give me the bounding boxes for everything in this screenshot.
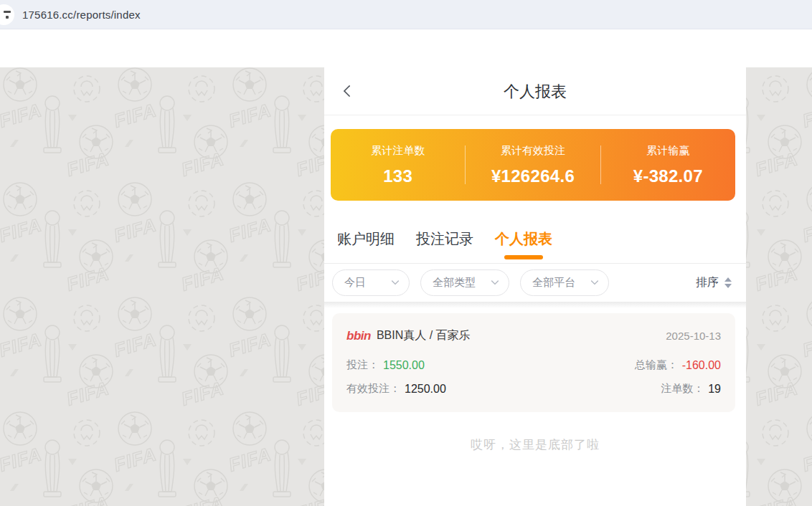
divider-shadow	[324, 302, 746, 308]
valid-bet-value: 1250.00	[405, 383, 446, 396]
report-record-card[interactable]: bbin BBIN真人 / 百家乐 2025-10-13 投注： 1550.00…	[332, 313, 735, 412]
type-filter-dropdown[interactable]: 全部类型	[420, 269, 509, 296]
dropdown-label: 全部平台	[532, 276, 575, 290]
tab-account-details[interactable]: 账户明细	[337, 218, 395, 263]
page-stage: FIFA FIFA 个人报表 累计注单数 133 累计有效投注 ¥126264.…	[0, 29, 812, 506]
bet-label: 投注：	[346, 358, 379, 372]
chevron-down-icon	[491, 277, 499, 285]
bet-value: 1550.00	[383, 359, 425, 372]
valid-bet-label: 有效投注：	[346, 382, 400, 396]
bbin-logo: bbin	[346, 329, 371, 343]
sort-label: 排序	[696, 275, 719, 290]
winloss-pair: 总输赢： -160.00	[635, 358, 721, 372]
order-count-pair: 注单数： 19	[661, 382, 721, 396]
app-header: 个人报表	[324, 67, 746, 115]
sort-arrows-icon	[724, 277, 732, 288]
order-count-value: 19	[708, 383, 721, 396]
url-text[interactable]: 175616.cc/reports/index	[0, 9, 141, 21]
summary-card: 累计注单数 133 累计有效投注 ¥126264.6 累计输赢 ¥-382.07	[331, 129, 735, 201]
bet-amount-pair: 投注： 1550.00	[346, 358, 425, 372]
record-date: 2025-10-13	[666, 330, 721, 342]
tab-personal-report[interactable]: 个人报表	[495, 218, 552, 263]
stat-value: ¥-382.07	[601, 166, 735, 186]
filter-bar: 今日 全部类型 全部平台 排序	[324, 264, 746, 302]
back-button[interactable]	[341, 85, 356, 99]
order-count-label: 注单数：	[661, 382, 704, 396]
stat-label: 累计输赢	[601, 144, 735, 158]
dropdown-label: 今日	[344, 276, 366, 290]
sort-button[interactable]: 排序	[696, 275, 732, 290]
stat-value: ¥126264.6	[466, 166, 600, 186]
chevron-down-icon	[590, 277, 598, 285]
site-favicon-icon	[0, 4, 14, 25]
platform-filter-dropdown[interactable]: 全部平台	[520, 269, 609, 296]
stat-value: 133	[331, 166, 465, 186]
end-of-list-text: 哎呀，这里是底部了啦	[324, 436, 746, 453]
stat-label: 累计注单数	[331, 144, 465, 158]
stat-valid-bets: 累计有效投注 ¥126264.6	[466, 144, 600, 186]
page-title: 个人报表	[324, 67, 746, 115]
app-panel: 个人报表 累计注单数 133 累计有效投注 ¥126264.6 累计输赢 ¥-3…	[324, 67, 746, 506]
browser-address-bar[interactable]: 175616.cc/reports/index	[0, 0, 812, 29]
chevron-left-icon	[344, 85, 356, 97]
tab-bet-records[interactable]: 投注记录	[416, 218, 473, 263]
date-filter-dropdown[interactable]: 今日	[332, 269, 410, 296]
stat-label: 累计有效投注	[466, 144, 600, 158]
record-title: BBIN真人 / 百家乐	[377, 328, 471, 343]
stat-winloss: 累计输赢 ¥-382.07	[601, 144, 735, 186]
chevron-down-icon	[391, 277, 399, 285]
winloss-value: -160.00	[682, 359, 721, 372]
tab-bar: 账户明细 投注记录 个人报表	[324, 218, 746, 264]
winloss-label: 总输赢：	[635, 358, 678, 372]
dropdown-label: 全部类型	[433, 276, 476, 290]
valid-bet-pair: 有效投注： 1250.00	[346, 382, 446, 396]
stat-total-orders: 累计注单数 133	[331, 144, 465, 186]
